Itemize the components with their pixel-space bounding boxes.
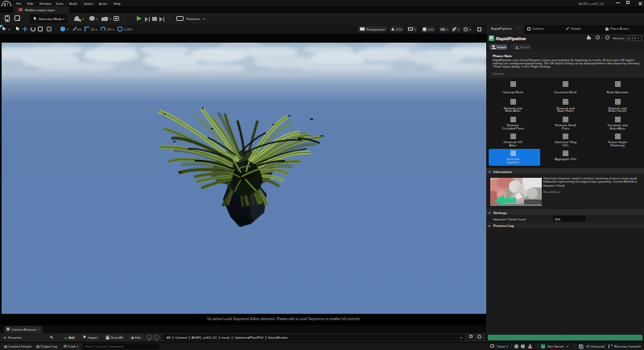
svg-text:No active Level Sequence Edito: No active Level Sequence Editor detected… bbox=[207, 317, 360, 321]
